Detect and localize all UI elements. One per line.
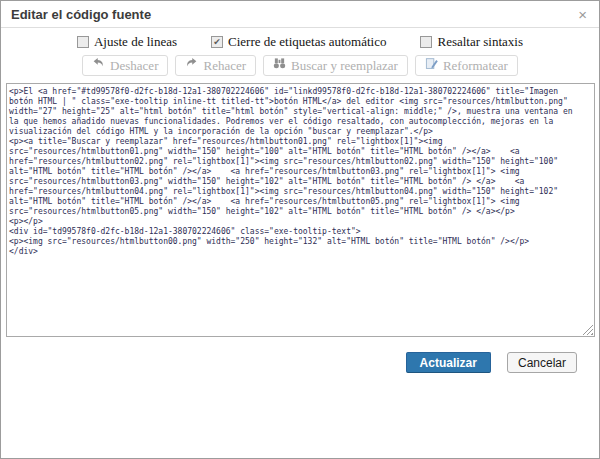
dialog-footer: Actualizar Cancelar — [1, 352, 599, 373]
dialog-title: Editar el código fuente — [11, 7, 151, 22]
auto-close-tags-checkbox[interactable]: ✔ — [211, 36, 223, 48]
code-editor-area — [6, 83, 595, 337]
source-code-textarea[interactable] — [6, 83, 595, 337]
reformat-button[interactable]: Reformatear — [415, 55, 518, 76]
find-replace-label: Buscar y reemplazar — [291, 58, 398, 74]
reformat-label: Reformatear — [443, 58, 508, 74]
dialog-header: Editar el código fuente × — [1, 1, 599, 28]
editor-options-row: Ajuste de lineas ✔ Cierre de etiquetas a… — [1, 34, 599, 49]
syntax-highlight-checkbox[interactable] — [420, 36, 432, 48]
syntax-highlight-option[interactable]: Resaltar sintaxis — [420, 34, 523, 49]
edit-source-dialog: Editar el código fuente × Ajuste de line… — [0, 0, 600, 459]
close-icon[interactable]: × — [576, 7, 589, 22]
update-button[interactable]: Actualizar — [406, 352, 491, 373]
binoculars-icon — [273, 57, 286, 74]
redo-button[interactable]: Rehacer — [175, 55, 256, 76]
wrap-lines-checkbox[interactable] — [77, 36, 89, 48]
auto-close-tags-option[interactable]: ✔ Cierre de etiquetas automático — [211, 34, 386, 49]
wrap-lines-option[interactable]: Ajuste de lineas — [77, 34, 177, 49]
wrap-lines-label: Ajuste de lineas — [94, 34, 177, 50]
undo-label: Deshacer — [110, 58, 158, 74]
cancel-button[interactable]: Cancelar — [507, 352, 577, 373]
reformat-icon — [425, 57, 438, 74]
redo-icon — [185, 57, 198, 74]
undo-button[interactable]: Deshacer — [82, 55, 168, 76]
find-replace-button[interactable]: Buscar y reemplazar — [263, 55, 408, 76]
auto-close-tags-label: Cierre de etiquetas automático — [228, 34, 386, 50]
editor-toolbar: Deshacer Rehacer Buscar y reemplazar Ref… — [1, 55, 599, 76]
syntax-highlight-label: Resaltar sintaxis — [437, 34, 523, 50]
redo-label: Rehacer — [203, 58, 246, 74]
undo-icon — [92, 57, 105, 74]
